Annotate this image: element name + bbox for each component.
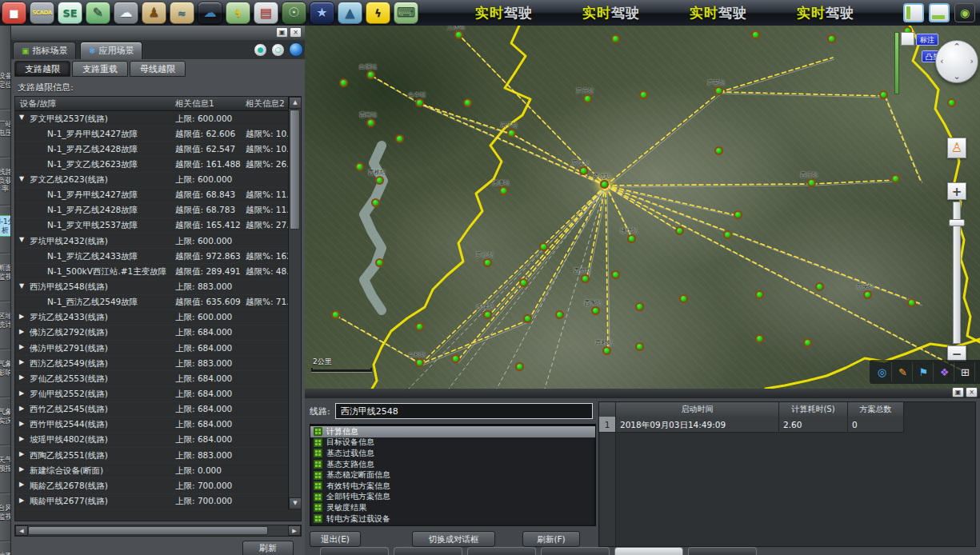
list-item[interactable]: 有效转电方案信息 bbox=[310, 481, 595, 492]
table-row[interactable]: N-1_罗文甲线2537故障越限值: 165.412越限%: 27.5 bbox=[15, 218, 290, 234]
station-marker[interactable] bbox=[627, 234, 636, 243]
station-marker[interactable] bbox=[600, 180, 609, 189]
expand-arrow-icon[interactable]: ▶ bbox=[19, 313, 24, 320]
rail-item-11[interactable]: 地图 bbox=[0, 552, 11, 555]
station-marker[interactable] bbox=[714, 146, 723, 155]
station-marker[interactable] bbox=[947, 98, 956, 107]
station-marker[interactable] bbox=[611, 270, 620, 279]
subtab-branch-overload[interactable]: 支路重载 bbox=[72, 61, 128, 77]
expand-arrow-icon[interactable]: ▼ bbox=[19, 236, 24, 243]
expand-arrow-icon[interactable]: ▶ bbox=[19, 481, 24, 488]
list-item[interactable]: 灵敏度结果 bbox=[310, 502, 595, 513]
station-marker[interactable] bbox=[415, 358, 424, 367]
station-marker[interactable] bbox=[507, 129, 516, 138]
expand-arrow-icon[interactable]: ▶ bbox=[19, 328, 24, 335]
list-item[interactable]: 基态过载信息 bbox=[310, 448, 595, 459]
bottom-restore-button[interactable]: ▣ bbox=[952, 387, 964, 397]
pan-up-icon[interactable]: ⌃ bbox=[953, 42, 960, 52]
station-marker[interactable] bbox=[454, 30, 463, 39]
table-row[interactable]: ▶西竹乙线2545(线路)上限: 684.000 bbox=[15, 402, 290, 417]
station-marker[interactable] bbox=[355, 162, 364, 171]
realtime-driving-title[interactable]: 实时驾驶 bbox=[797, 4, 854, 22]
bottom-tab-3[interactable] bbox=[467, 547, 536, 555]
station-marker[interactable] bbox=[807, 178, 816, 187]
station-marker[interactable] bbox=[463, 98, 472, 107]
target-button[interactable]: ○ bbox=[271, 43, 285, 57]
rail-item-8[interactable]: 气象实况 bbox=[0, 408, 11, 425]
station-marker[interactable] bbox=[339, 78, 348, 87]
list-item[interactable]: 基态稳定断面信息 bbox=[310, 469, 595, 481]
record-button[interactable]: ● bbox=[254, 43, 267, 57]
table-row[interactable]: ▶坡瑶甲线4802(线路)上限: 684.000 bbox=[15, 433, 290, 448]
station-marker[interactable] bbox=[515, 362, 524, 371]
eye-button[interactable]: ◉ bbox=[954, 3, 975, 22]
station-marker[interactable] bbox=[375, 258, 384, 267]
vertical-scroll-thumb[interactable] bbox=[290, 110, 300, 230]
books-close-icon[interactable]: ▤ bbox=[254, 2, 278, 24]
waves-icon[interactable]: ≈ bbox=[170, 2, 194, 24]
realtime-driving-title[interactable]: 实时驾驶 bbox=[690, 4, 747, 22]
table-row[interactable]: ▶新建综合设备(断面)上限: 0.000 bbox=[15, 463, 290, 478]
station-marker[interactable] bbox=[891, 174, 900, 183]
expand-arrow-icon[interactable]: ▼ bbox=[19, 114, 24, 121]
table-row[interactable]: N-1_500kV西江站.#1主变故障越限值: 289.491越限%: 48.2 bbox=[15, 264, 290, 279]
navigate-tool-icon[interactable]: ► bbox=[977, 362, 980, 381]
map-view[interactable]: 三水站白坭站金本站罗丹站芦苞站西南站乐平站西樵站浸潭站罗文站罗坑站西江站罗仙站佛… bbox=[305, 26, 980, 389]
map-pan-compass[interactable]: ⌃ ⌄ ‹ › bbox=[935, 40, 978, 83]
expand-arrow-icon[interactable]: ▶ bbox=[19, 497, 24, 504]
realtime-driving-title[interactable]: 实时驾驶 bbox=[582, 4, 640, 22]
station-marker[interactable] bbox=[499, 186, 508, 195]
table-row[interactable]: ▶罗仙甲线2552(线路)上限: 684.000 bbox=[15, 387, 290, 402]
exit-button[interactable]: 退出(E) bbox=[310, 531, 361, 547]
table-row[interactable]: ▶顺龄甲线2677(线路)上限: 700.000 bbox=[15, 494, 290, 509]
station-marker[interactable] bbox=[415, 322, 424, 331]
table-row[interactable]: ▶佛汸乙线2792(线路)上限: 684.000 bbox=[15, 325, 290, 341]
flag-tool-icon[interactable]: ⚑ bbox=[914, 362, 934, 381]
list-item[interactable]: 目标设备信息 bbox=[310, 437, 595, 449]
expand-arrow-icon[interactable]: ▶ bbox=[19, 373, 24, 381]
map-type-button[interactable] bbox=[901, 32, 914, 46]
station-marker[interactable] bbox=[583, 94, 592, 103]
panel-refresh-button[interactable]: 刷新 bbox=[242, 541, 294, 555]
zoom-slider-thumb[interactable] bbox=[949, 219, 965, 226]
mountains-icon[interactable]: ▲ bbox=[338, 2, 362, 24]
station-marker[interactable] bbox=[602, 346, 611, 355]
station-marker[interactable] bbox=[755, 334, 764, 343]
table-row[interactable]: ▶佛汸甲线2791(线路)上限: 684.000 bbox=[15, 341, 290, 356]
run-start-time[interactable]: 2018年09月03日14:49:09 bbox=[616, 417, 779, 433]
station-marker[interactable] bbox=[555, 310, 564, 319]
run-plan-total[interactable]: 0 bbox=[848, 417, 904, 433]
pan-left-icon[interactable]: ‹ bbox=[940, 56, 943, 66]
station-marker[interactable] bbox=[591, 306, 600, 315]
table-row[interactable]: N-1_西汸乙线2549故障越限值: 635.609越限%: 71.9 bbox=[15, 295, 290, 310]
station-marker[interactable] bbox=[539, 242, 548, 251]
table-row[interactable]: N-1_罗丹乙线2428故障越限值: 62.547越限%: 10.4 bbox=[15, 142, 290, 157]
station-marker[interactable] bbox=[863, 290, 872, 299]
line-input[interactable] bbox=[335, 403, 593, 419]
expand-arrow-icon[interactable]: ▶ bbox=[19, 420, 24, 427]
expand-arrow-icon[interactable]: ▶ bbox=[19, 405, 24, 412]
bottom-tab-5[interactable] bbox=[614, 547, 683, 555]
expand-arrow-icon[interactable]: ▶ bbox=[19, 358, 24, 365]
bottom-tab-2[interactable] bbox=[394, 547, 462, 555]
bottom-tab-6[interactable] bbox=[688, 547, 757, 555]
se-icon[interactable]: SE bbox=[58, 2, 82, 24]
scroll-down-button[interactable]: ▼ bbox=[289, 497, 302, 509]
station-marker[interactable] bbox=[611, 34, 620, 43]
globe-button[interactable] bbox=[289, 42, 303, 57]
expand-arrow-icon[interactable]: ▶ bbox=[19, 343, 24, 350]
list-item[interactable]: 基态支路信息 bbox=[310, 459, 595, 470]
station-marker[interactable] bbox=[519, 278, 528, 287]
station-marker[interactable] bbox=[483, 258, 492, 267]
panel-close-button[interactable]: × bbox=[290, 27, 302, 38]
subtab-bus-overlimit[interactable]: 母线越限 bbox=[130, 61, 186, 77]
tab-indicator-scene[interactable]: ▣ 指标场景 bbox=[13, 42, 76, 59]
station-marker[interactable] bbox=[371, 198, 380, 207]
rail-item-5[interactable]: 断面监视 bbox=[0, 264, 11, 281]
station-marker[interactable] bbox=[723, 230, 732, 239]
table-row[interactable]: ▼罗文甲线2537(线路)上限: 600.000 bbox=[15, 111, 290, 126]
station-marker[interactable] bbox=[483, 310, 492, 319]
pan-down-icon[interactable]: ⌄ bbox=[953, 71, 960, 82]
list-item[interactable]: 转电方案过载设备 bbox=[310, 513, 595, 525]
rail-item-7[interactable]: 气象影响 bbox=[0, 360, 11, 377]
